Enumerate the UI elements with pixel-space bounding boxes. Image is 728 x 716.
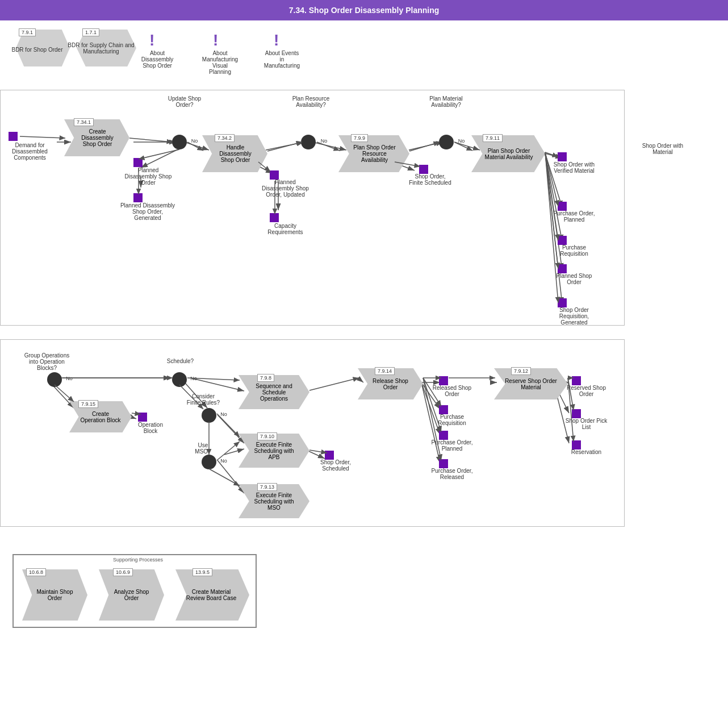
version-7913: 7.9.13 bbox=[257, 483, 277, 491]
version-7911: 7.9.11 bbox=[483, 134, 503, 142]
version-7342: 7.34.2 bbox=[215, 134, 235, 142]
purchase-released-label: Purchase Order, Released bbox=[429, 468, 475, 480]
gateway-update bbox=[172, 135, 187, 149]
planned-dis-label: Planned Disassembly Shop Order bbox=[123, 167, 174, 186]
shop-verified-sq bbox=[558, 152, 567, 161]
planned-dis-gen-label: Planned Disassembly Shop Order, Generate… bbox=[119, 202, 176, 221]
version-7910: 7.9.10 bbox=[257, 432, 277, 440]
demand-data-obj bbox=[9, 132, 18, 141]
purchase-released-sq bbox=[439, 459, 448, 468]
reserved-shop-sq bbox=[572, 376, 581, 385]
gateway-resource bbox=[301, 135, 316, 149]
reservation-sq bbox=[572, 440, 581, 449]
page-title: 7.34. Shop Order Disassembly Planning bbox=[0, 0, 728, 20]
supporting-box: Supporting Processes Maintain Shop Order… bbox=[12, 554, 257, 628]
group-no-label: No bbox=[64, 376, 75, 381]
finite-q-label: Consider Finite Rules? bbox=[186, 393, 220, 406]
version-171: 1.7.1 bbox=[82, 28, 99, 36]
purchase-req1-label: Purchase Requisition bbox=[549, 244, 600, 257]
about-events-icon[interactable]: ! bbox=[274, 31, 279, 49]
shop-req-gen-label: Shop Order Requisition, Generated bbox=[549, 307, 600, 326]
bdr-supply-label: BDR for Supply Chain and Manufacturing bbox=[67, 42, 135, 55]
supporting-title: Supporting Processes bbox=[113, 557, 163, 563]
purchase-planned-label: Purchase Order, Planned bbox=[549, 210, 600, 223]
bdr-shop-label: BDR for Shop Order bbox=[5, 47, 70, 53]
version-791: 7.9.1 bbox=[19, 28, 36, 36]
gateway-mso bbox=[202, 455, 216, 469]
maintain-shop-node[interactable]: Maintain Shop Order bbox=[22, 569, 87, 621]
resource-q-label: Plan Resource Availability? bbox=[290, 95, 332, 108]
material-q-label: Plan Material Availability? bbox=[425, 95, 467, 108]
planned-shop-sq bbox=[558, 264, 567, 273]
shop-req-gen-sq bbox=[558, 298, 567, 307]
plan-resource-node[interactable]: Plan Shop Order Resource Availability bbox=[338, 135, 409, 172]
version-7912: 7.9.12 bbox=[511, 367, 531, 375]
shop-finite-sq bbox=[419, 165, 428, 174]
mso-q-label: Use MSO? bbox=[190, 442, 216, 455]
version-1069: 10.6.9 bbox=[113, 568, 133, 576]
version-1395: 13.9.5 bbox=[193, 568, 212, 576]
purchase-planned2-label: Purchase Order, Planned bbox=[429, 439, 475, 452]
version-7915: 7.9.15 bbox=[78, 400, 98, 408]
about-disassembly-icon[interactable]: ! bbox=[149, 31, 154, 49]
shop-sched-sq bbox=[325, 451, 334, 460]
planned-dis-upd-sq bbox=[270, 170, 279, 180]
version-798: 7.9.8 bbox=[257, 374, 274, 382]
op-block-sq bbox=[138, 413, 147, 422]
mso-no-label: No bbox=[218, 458, 229, 464]
gateway-material bbox=[439, 135, 454, 149]
reservation-label: Reservation bbox=[562, 449, 610, 455]
purchase-req1-sq bbox=[558, 236, 567, 245]
purchase-req2-label: Purchase Requisition bbox=[429, 414, 475, 426]
version-1068: 10.6.8 bbox=[26, 568, 46, 576]
diagram-container: 7.34. Shop Order Disassembly Planning bbox=[0, 0, 728, 716]
shop-finite-label: Shop Order, Finite Scheduled bbox=[409, 173, 451, 186]
shop-verified-label: Shop Order with Verified Material bbox=[549, 161, 600, 174]
about-events-label: About Events in Manufacturing bbox=[263, 50, 300, 69]
pick-list-label: Shop Order Pick List bbox=[562, 418, 610, 430]
demand-label: Demand for Disassembled Components bbox=[3, 142, 57, 161]
released-shop-label: Released Shop Order bbox=[429, 385, 475, 397]
finite-no-label: No bbox=[218, 411, 229, 417]
version-799: 7.9.9 bbox=[351, 134, 368, 142]
gateway-schedule bbox=[172, 372, 187, 387]
group-ops-label: Group Operations into Operation Blocks? bbox=[23, 352, 71, 371]
op-block-label: Operation Block bbox=[131, 422, 170, 434]
reserved-shop-label: Reserved Shop Order bbox=[562, 385, 610, 397]
planned-dis-sq bbox=[133, 158, 143, 167]
schedule-no-label: No bbox=[188, 376, 199, 381]
update-no-label: No bbox=[187, 138, 202, 144]
handle-dis-node[interactable]: Handle Disassembly Shop Order bbox=[202, 135, 267, 172]
update-q-label: Update Shop Order? bbox=[165, 95, 204, 108]
shop-sched-label: Shop Order, Scheduled bbox=[316, 459, 355, 472]
purchase-req2-sq bbox=[439, 405, 448, 414]
shop-order-material-label: Shop Order with Material bbox=[634, 143, 691, 155]
about-mfg-icon[interactable]: ! bbox=[213, 31, 218, 49]
analyze-shop-node[interactable]: Analyze Shop Order bbox=[99, 569, 164, 621]
resource-no-label: No bbox=[317, 138, 331, 144]
gateway-finite bbox=[202, 408, 216, 423]
material-no-label: No bbox=[454, 138, 468, 144]
planned-shop-label: Planned Shop Order bbox=[549, 273, 600, 285]
about-disassembly-label: About Disassembly Shop Order bbox=[140, 50, 174, 69]
capacity-label: Capacity Requirements bbox=[261, 223, 309, 235]
version-7914: 7.9.14 bbox=[375, 367, 395, 375]
schedule-q-label: Schedule? bbox=[165, 358, 196, 364]
pick-list-sq bbox=[572, 409, 581, 418]
capacity-sq bbox=[270, 213, 279, 222]
create-material-node[interactable]: Create Material Review Board Case bbox=[175, 569, 249, 621]
purchase-planned2-sq bbox=[439, 431, 448, 440]
version-7341: 7.34.1 bbox=[74, 118, 94, 126]
planned-upd-label: Planned Disassembly Shop Order, Updated bbox=[258, 179, 312, 198]
purchase-planned-sq bbox=[558, 202, 567, 211]
planned-dis-gen-sq bbox=[133, 193, 143, 202]
released-shop-sq bbox=[439, 376, 448, 385]
about-mfg-label: About Manufacturing Visual Planning bbox=[202, 50, 239, 75]
gateway-group bbox=[47, 372, 62, 387]
